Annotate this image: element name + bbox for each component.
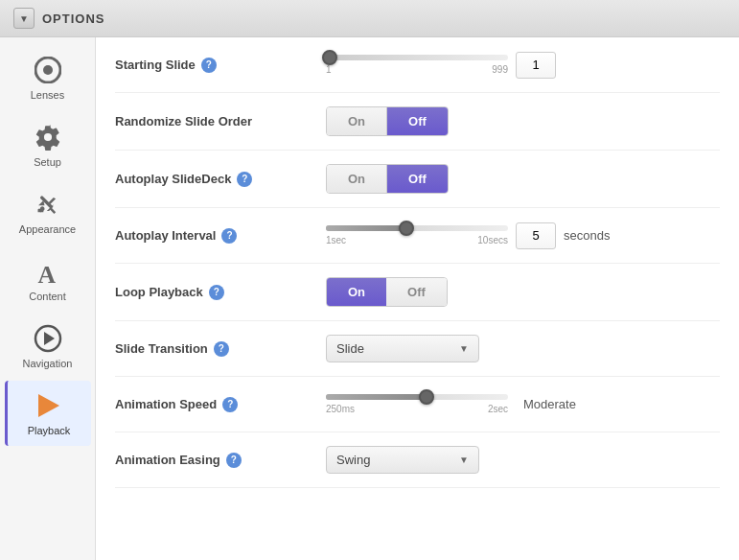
sidebar-item-appearance[interactable]: Appearance [5,179,91,245]
autoplay-interval-label: Autoplay Interval ? [115,228,326,244]
svg-point-1 [43,65,53,75]
slide-transition-arrow: ▼ [459,343,469,354]
slide-transition-selected: Slide [336,341,364,356]
svg-marker-5 [44,332,55,345]
collapse-button[interactable]: ▼ [13,8,35,29]
autoplay-slidedeck-row: Autoplay SlideDeck ? On Off [115,151,720,208]
starting-slide-slider[interactable]: 1 999 [326,55,508,75]
sidebar-item-setup-label: Setup [34,156,61,168]
loop-playback-row: Loop Playback ? On Off [115,264,720,321]
randomize-control: On Off [326,106,720,136]
sidebar-item-navigation[interactable]: Navigation [5,314,91,379]
autoplay-slidedeck-toggle: On Off [326,164,449,194]
animation-easing-row: Animation Easing ? Swing ▼ [115,432,720,488]
content-panel: Starting Slide ? 1 999 [96,37,739,560]
setup-icon [33,122,63,152]
autoplay-interval-help[interactable]: ? [221,228,237,244]
autoplay-interval-row: Autoplay Interval ? 1sec 10secs seconds [115,208,720,264]
autoplay-interval-control: 1sec 10secs seconds [326,222,720,249]
autoplay-interval-slider[interactable]: 1sec 10secs [326,225,508,245]
starting-slide-label: Starting Slide ? [115,58,326,73]
options-header: ▼ OPTIONS [0,0,739,37]
loop-playback-label: Loop Playback ? [115,285,326,300]
animation-speed-label: Animation Speed ? [115,397,326,412]
animation-easing-label: Animation Easing ? [115,453,326,468]
sidebar-item-appearance-label: Appearance [19,223,76,235]
sidebar-item-playback[interactable]: Playback [5,381,91,446]
starting-slide-control: 1 999 [326,52,720,79]
autoplay-slidedeck-control: On Off [326,164,720,194]
svg-text:A: A [37,261,56,285]
appearance-icon [33,189,63,220]
loop-playback-off-button[interactable]: Off [386,278,447,306]
navigation-icon [33,323,63,354]
main-layout: Lenses Setup Appearance [0,37,739,560]
slide-transition-dropdown[interactable]: Slide ▼ [326,335,479,362]
panel-title: OPTIONS [42,12,105,26]
autoplay-slidedeck-help[interactable]: ? [237,172,252,187]
loop-playback-on-button[interactable]: On [327,278,386,306]
autoplay-slidedeck-label: Autoplay SlideDeck ? [115,172,326,187]
content-icon: A [33,256,63,287]
animation-speed-row: Animation Speed ? 250ms 2sec Moderate [115,377,720,432]
sidebar-item-lenses-label: Lenses [31,89,64,101]
sidebar-item-lenses[interactable]: Lenses [5,45,91,110]
slide-transition-label: Slide Transition ? [115,341,326,357]
animation-easing-help[interactable]: ? [226,453,242,468]
randomize-toggle: On Off [326,106,449,136]
autoplay-slidedeck-on-button[interactable]: On [327,165,387,193]
animation-speed-slider[interactable]: 250ms 2sec [326,394,508,414]
slide-transition-row: Slide Transition ? Slide ▼ [115,321,720,377]
animation-easing-arrow: ▼ [459,455,469,465]
animation-speed-value-label: Moderate [523,397,576,411]
animation-easing-selected: Swing [336,453,370,467]
sidebar-item-playback-label: Playback [28,425,71,436]
lenses-icon [33,55,63,85]
loop-playback-help[interactable]: ? [209,285,224,300]
sidebar-item-content-label: Content [29,291,66,302]
svg-marker-6 [38,394,59,417]
starting-slide-help[interactable]: ? [201,58,217,73]
loop-playback-toggle: On Off [326,277,448,307]
loop-playback-control: On Off [326,277,720,307]
randomize-label: Randomize Slide Order [115,114,326,128]
slide-transition-control: Slide ▼ [326,335,720,362]
playback-icon [34,390,64,421]
sidebar-item-navigation-label: Navigation [23,358,73,369]
sidebar-item-setup[interactable]: Setup [5,112,91,177]
autoplay-slidedeck-off-button[interactable]: Off [387,165,448,193]
autoplay-interval-input[interactable] [516,222,556,249]
animation-speed-control: 250ms 2sec Moderate [326,394,720,414]
randomize-slide-order-row: Randomize Slide Order On Off [115,93,720,151]
starting-slide-input[interactable] [516,52,556,79]
randomize-on-button[interactable]: On [327,107,387,135]
animation-easing-control: Swing ▼ [326,446,720,474]
randomize-off-button[interactable]: Off [387,107,448,135]
animation-easing-dropdown[interactable]: Swing ▼ [326,446,479,474]
sidebar-item-content[interactable]: A Content [5,246,91,312]
autoplay-interval-unit: seconds [564,228,610,243]
starting-slide-row: Starting Slide ? 1 999 [115,37,720,93]
slide-transition-help[interactable]: ? [214,341,229,357]
sidebar: Lenses Setup Appearance [0,37,96,560]
animation-speed-help[interactable]: ? [222,397,238,412]
